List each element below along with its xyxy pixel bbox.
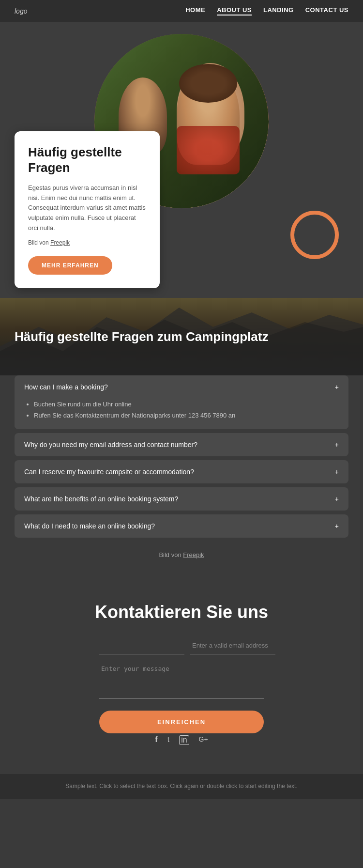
hero-freepik-link[interactable]: Freepik <box>50 239 70 246</box>
faq-item-4: What are the benefits of an online booki… <box>15 487 348 511</box>
hero-section: Häufig gestellte Fragen Egestas purus vi… <box>0 22 363 298</box>
nav-links: HOME ABOUT US LANDING CONTACT US <box>185 6 348 16</box>
faq-toggle-2[interactable]: + <box>335 441 339 449</box>
nav-about[interactable]: ABOUT US <box>217 6 252 16</box>
footer: Sample text. Click to select the text bo… <box>0 774 363 799</box>
hero-freepik-credit: Bild von Freepik <box>28 238 146 248</box>
faq-toggle-5[interactable]: + <box>335 522 339 530</box>
nav-contact[interactable]: CONTACT US <box>305 6 348 16</box>
faq-answer-1-1: Buchen Sie rund um die Uhr online <box>34 399 339 410</box>
freepik-caption: Bild von Freepik <box>15 542 348 568</box>
facebook-link[interactable]: f <box>155 735 157 745</box>
faq-toggle-3[interactable]: + <box>335 468 339 476</box>
googleplus-link[interactable]: G+ <box>199 735 208 745</box>
faq-header-1[interactable]: How can I make a booking? + <box>15 375 348 399</box>
nav-landing[interactable]: LANDING <box>263 6 294 16</box>
faq-banner: Häufig gestellte Fragen zum Campingplatz <box>0 298 363 375</box>
navbar: logo HOME ABOUT US LANDING CONTACT US <box>0 0 363 22</box>
faq-question-4: What are the benefits of an online booki… <box>24 495 178 503</box>
form-row-name-email <box>99 637 264 654</box>
faq-header-5[interactable]: What do I need to make an online booking… <box>15 514 348 538</box>
faq-item-3: Can I reserve my favourite campsite or a… <box>15 460 348 483</box>
twitter-link[interactable]: t <box>167 735 169 745</box>
hero-card-title: Häufig gestellte Fragen <box>28 145 146 175</box>
freepik-link[interactable]: Freepik <box>183 551 204 558</box>
faq-item-5: What do I need to make an online booking… <box>15 514 348 538</box>
svg-marker-1 <box>0 320 363 375</box>
contact-title: Kontaktieren Sie uns <box>15 602 348 622</box>
faq-toggle-1[interactable]: + <box>335 383 339 391</box>
faq-banner-title: Häufig gestellte Fragen zum Campingplatz <box>15 329 268 344</box>
faq-header-3[interactable]: Can I reserve my favourite campsite or a… <box>15 460 348 483</box>
instagram-link[interactable]: in <box>179 735 189 745</box>
contact-form: EINREICHEN <box>99 637 264 745</box>
email-field[interactable] <box>190 637 275 654</box>
faq-answers-1: Buchen Sie rund um die Uhr online Rufen … <box>24 399 339 421</box>
faq-question-1: How can I make a booking? <box>24 383 108 391</box>
faq-header-2[interactable]: Why do you need my email address and con… <box>15 433 348 456</box>
contact-section: Kontaktieren Sie uns EINREICHEN f t in G… <box>0 583 363 774</box>
faq-question-3: Can I reserve my favourite campsite or a… <box>24 468 194 476</box>
submit-button[interactable]: EINREICHEN <box>99 711 264 733</box>
name-field[interactable] <box>99 637 184 654</box>
hero-card-body: Egestas purus viverra accumsan in nisl n… <box>28 183 146 233</box>
faq-item-2: Why do you need my email address and con… <box>15 433 348 456</box>
faq-header-4[interactable]: What are the benefits of an online booki… <box>15 487 348 511</box>
hero-orange-circle <box>290 211 339 259</box>
faq-question-2: Why do you need my email address and con… <box>24 441 197 449</box>
hero-card: Häufig gestellte Fragen Egestas purus vi… <box>15 131 160 288</box>
faq-toggle-4[interactable]: + <box>335 495 339 503</box>
faq-answer-1-2: Rufen Sie das Kontaktzentrum der Nationa… <box>34 410 339 421</box>
faq-section: How can I make a booking? + Buchen Sie r… <box>0 375 363 583</box>
faq-item-1: How can I make a booking? + Buchen Sie r… <box>15 375 348 429</box>
social-icons-row: f t in G+ <box>15 735 348 745</box>
faq-body-1: Buchen Sie rund um die Uhr online Rufen … <box>15 399 348 429</box>
message-field[interactable] <box>99 660 264 699</box>
faq-question-5: What do I need to make an online booking… <box>24 522 155 530</box>
logo: logo <box>15 7 27 15</box>
hero-cta-button[interactable]: MEHR ERFAHREN <box>28 256 112 275</box>
nav-home[interactable]: HOME <box>185 6 205 16</box>
footer-text: Sample text. Click to select the text bo… <box>8 782 355 791</box>
